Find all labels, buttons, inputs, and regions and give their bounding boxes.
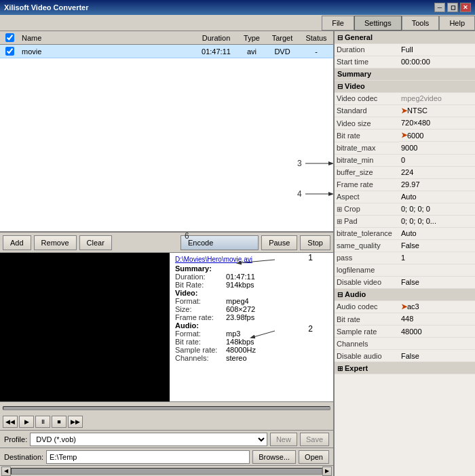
settings-pass-val[interactable]: 1 [399, 252, 475, 264]
settings-pass-key: pass [335, 252, 399, 264]
crop-expand-icon: ⊞ [337, 205, 342, 213]
settings-samplerate-val[interactable]: 48000 [399, 325, 475, 338]
restore-btn[interactable]: ◻ [447, 3, 458, 12]
main-layout: Name Duration Type Target Status movie 0… [0, 31, 475, 476]
info-video-label: Video: [175, 289, 328, 297]
settings-audiobitrate-val[interactable]: 448 [399, 313, 475, 325]
settings-bitratetolerance-val[interactable]: Auto [399, 227, 475, 239]
settings-aspect-val[interactable]: Auto [399, 191, 475, 203]
settings-row-disableaudio: Disable audio False [335, 350, 475, 362]
settings-disablevideo-val[interactable]: False [399, 276, 475, 288]
info-panel: D:\Movies\Hero\movie.avi Summary: Durati… [170, 253, 333, 401]
settings-duration-val[interactable]: Full [399, 43, 475, 56]
settings-audiocodec-key: Audio codec [335, 300, 399, 313]
scroll-right-btn[interactable]: ▶ [322, 467, 332, 476]
info-audio-format-val: mp3 [226, 330, 240, 338]
settings-videosize-val[interactable]: 720×480 [399, 117, 475, 130]
titlebar: Xilisoft Video Converter ─ ◻ ✕ [0, 0, 475, 15]
titlebar-title: Xilisoft Video Converter [4, 3, 89, 12]
annotation-3: 3 [297, 159, 302, 168]
open-btn[interactable]: Open [299, 450, 329, 464]
settings-row-disablevideo: Disable video False [335, 276, 475, 288]
audio-label: Audio [345, 290, 366, 298]
info-filename[interactable]: D:\Movies\Hero\movie.avi [175, 256, 328, 263]
remove-button[interactable]: Remove [34, 235, 77, 250]
stop-playback-btn[interactable]: ■ [52, 416, 66, 428]
expert-label: Expert [345, 364, 368, 372]
general-section: ⊟General [335, 31, 475, 43]
settings-row-framerate: Frame rate 29.97 [335, 178, 475, 191]
settings-logfilename-key: logfilename [335, 264, 399, 276]
video-label: Video [345, 82, 365, 90]
file-target: DVD [265, 47, 299, 56]
file-row[interactable]: movie 01:47:11 avi DVD - [0, 45, 333, 58]
col-header-type: Type [238, 34, 265, 42]
menu-tools[interactable]: Tools [402, 16, 440, 31]
menu-help[interactable]: Help [439, 16, 475, 31]
minimize-btn[interactable]: ─ [434, 3, 445, 12]
settings-bitratemax-val[interactable]: 9000 [399, 142, 475, 154]
left-panel: Name Duration Type Target Status movie 0… [0, 31, 334, 476]
header-check[interactable] [5, 33, 14, 42]
settings-audiobitrate-key: Bit rate [335, 313, 399, 325]
settings-starttime-val[interactable]: 00:00:00 [399, 56, 475, 68]
browse-btn[interactable]: Browse... [252, 450, 296, 464]
settings-row-samplerate: Sample rate 48000 [335, 325, 475, 338]
profile-save-btn[interactable]: Save [300, 433, 329, 446]
settings-row-samequality: same_quality False [335, 239, 475, 252]
file-type: avi [238, 47, 265, 56]
pause-button[interactable]: Pause [261, 235, 297, 250]
profile-bar: Profile: DVD (*.vob) New Save [0, 430, 333, 448]
settings-bitratemin-key: bitrate_min [335, 154, 399, 166]
prev-btn[interactable]: ◀◀ [3, 416, 18, 428]
settings-pad-val[interactable]: 0; 0; 0; 0... [399, 215, 475, 227]
profile-select[interactable]: DVD (*.vob) [30, 433, 267, 446]
settings-row-bitratemin: bitrate_min 0 [335, 154, 475, 166]
settings-bitratetolerance-key: bitrate_tolerance [335, 227, 399, 239]
scroll-left-btn[interactable]: ◀ [1, 467, 11, 476]
settings-crop-val[interactable]: 0; 0; 0; 0 [399, 203, 475, 215]
scroll-track[interactable] [11, 468, 322, 475]
settings-row-crop: ⊞Crop 0; 0; 0; 0 [335, 203, 475, 215]
play-btn[interactable]: ▶ [19, 416, 34, 428]
settings-audiocodec-val[interactable]: ➤ac3 [399, 301, 475, 313]
seek-bar[interactable] [3, 406, 330, 410]
settings-samequality-val[interactable]: False [399, 239, 475, 252]
settings-bitrate-val[interactable]: ➤6000 [399, 130, 475, 142]
settings-standard-val[interactable]: ➤NTSC [399, 105, 475, 117]
settings-duration-key: Duration [335, 43, 399, 56]
file-status: - [299, 47, 333, 56]
dest-input[interactable] [46, 450, 250, 464]
settings-disableaudio-val[interactable]: False [399, 350, 475, 362]
settings-videocodec-key: Video codec [335, 92, 399, 104]
col-header-target: Target [265, 34, 299, 42]
settings-row-pad: ⊞Pad 0; 0; 0; 0... [335, 215, 475, 227]
settings-row-bitratetolerance: bitrate_tolerance Auto [335, 227, 475, 239]
settings-samplerate-key: Sample rate [335, 325, 399, 338]
stop-button[interactable]: Stop [300, 235, 330, 250]
settings-buffersize-val[interactable]: 224 [399, 166, 475, 178]
next-btn[interactable]: ▶▶ [68, 416, 83, 428]
profile-new-btn[interactable]: New [270, 433, 297, 446]
encode-button[interactable]: Encode [180, 235, 259, 250]
settings-row-standard: Standard ➤NTSC [335, 104, 475, 117]
menu-settings[interactable]: Settings [354, 16, 402, 31]
settings-bitratemin-val[interactable]: 0 [399, 154, 475, 166]
settings-disableaudio-key: Disable audio [335, 350, 399, 362]
annotation-2: 2 [308, 324, 313, 334]
file-duration: 01:47:11 [194, 47, 238, 56]
file-check[interactable] [5, 47, 14, 56]
add-button[interactable]: Add [3, 235, 31, 250]
close-btn[interactable]: ✕ [460, 3, 471, 12]
pause-playback-btn[interactable]: ⏸ [35, 416, 50, 428]
info-duration-key: Duration: [175, 273, 226, 281]
settings-videocodec-val[interactable]: mpeg2video [399, 92, 475, 104]
menu-file[interactable]: File [322, 16, 354, 31]
btn-bar: Add Remove Clear Encode Pause Stop [0, 232, 333, 252]
settings-channels-val[interactable] [399, 338, 475, 350]
settings-logfilename-val[interactable] [399, 264, 475, 276]
settings-framerate-val[interactable]: 29.97 [399, 178, 475, 191]
settings-row-videocodec: Video codec mpeg2video [335, 92, 475, 104]
clear-button[interactable]: Clear [79, 235, 112, 250]
preview-area: D:\Movies\Hero\movie.avi Summary: Durati… [0, 252, 333, 401]
